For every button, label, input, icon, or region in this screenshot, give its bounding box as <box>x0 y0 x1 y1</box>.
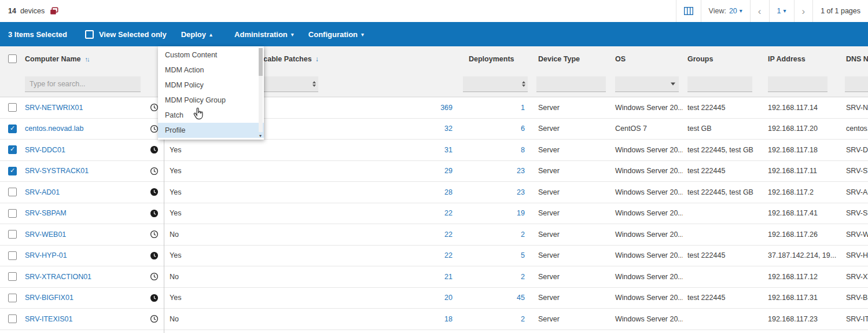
grid-layout-icon[interactable] <box>684 7 693 15</box>
spinner-up-icon[interactable] <box>522 81 525 83</box>
deployments-link[interactable]: 2 <box>457 315 529 323</box>
history-clock-icon[interactable] <box>150 272 159 281</box>
menu-scrollbar[interactable] <box>259 48 263 132</box>
applicable-patches-link[interactable]: 31 <box>238 146 457 154</box>
deploy-menu-item[interactable]: Custom Content <box>158 47 264 63</box>
applicable-patches-link[interactable]: 29 <box>238 167 457 175</box>
deploy-menu-item[interactable]: Patch <box>158 108 264 123</box>
header-device-type[interactable]: Device Type <box>529 55 610 63</box>
dns-name-filter-input[interactable] <box>845 76 868 92</box>
os-filter-input[interactable] <box>615 76 679 92</box>
computer-name-link[interactable]: SRV-BIGFIX01 <box>25 294 145 302</box>
deploy-menu-item[interactable]: MDM Policy <box>158 78 264 93</box>
groups-filter-input[interactable] <box>687 76 752 92</box>
computer-name-link[interactable]: SRV-XTRACTION01 <box>25 273 145 281</box>
history-clock-icon[interactable] <box>150 294 159 302</box>
computer-name-link[interactable]: centos.neovad.lab <box>25 125 145 133</box>
applicable-patches-link[interactable]: 18 <box>238 315 457 323</box>
row-checkbox[interactable] <box>8 314 17 323</box>
deployments-link[interactable]: 23 <box>457 188 529 196</box>
deployments-link[interactable]: 2 <box>457 273 529 281</box>
administration-menu-button[interactable]: Administration ▾ <box>234 30 294 39</box>
header-groups[interactable]: Groups <box>683 55 764 63</box>
history-clock-icon[interactable] <box>150 314 159 323</box>
row-checkbox[interactable] <box>8 272 17 281</box>
deploy-menu-item[interactable]: MDM Policy Group <box>158 93 264 108</box>
row-checkbox[interactable] <box>8 230 17 239</box>
filter-row <box>0 71 868 97</box>
deployments-filter-input[interactable] <box>463 76 528 92</box>
row-checkbox[interactable] <box>8 209 17 218</box>
header-applicable-patches[interactable]: Applicable Patches ↓ <box>238 55 457 63</box>
header-os[interactable]: OS <box>610 55 683 63</box>
header-computer-name[interactable]: Computer Name ↑↓ <box>25 55 145 63</box>
number-spinner[interactable] <box>312 81 316 87</box>
deployments-link[interactable]: 2 <box>457 230 529 239</box>
next-page-button[interactable]: › <box>794 0 813 22</box>
row-checkbox[interactable] <box>8 188 17 196</box>
applicable-patches-link[interactable]: 22 <box>238 230 457 239</box>
computer-name-link[interactable]: SRV-HYP-01 <box>25 251 145 259</box>
row-checkbox[interactable] <box>8 145 17 154</box>
header-dns-name[interactable]: DNS Name <box>839 55 868 63</box>
scrollbar-thumb[interactable] <box>259 48 263 76</box>
search-input[interactable] <box>25 76 141 92</box>
deploy-menu-button[interactable]: Deploy ▴ <box>181 30 212 39</box>
history-clock-icon[interactable] <box>150 145 159 154</box>
layout-toggle-button[interactable] <box>676 0 701 22</box>
deploy-menu-item[interactable]: MDM Action <box>158 63 264 78</box>
header-ip-address[interactable]: IP Address <box>764 55 839 63</box>
device-type-filter-input[interactable] <box>536 76 606 92</box>
prev-page-button[interactable]: ‹ <box>750 0 769 22</box>
applicable-patches-link[interactable]: 369 <box>238 104 457 112</box>
history-clock-icon[interactable] <box>150 251 159 260</box>
computer-name-link[interactable]: SRV-AD01 <box>25 188 145 196</box>
deploy-menu-item[interactable]: Profile <box>158 123 264 138</box>
computer-name-link[interactable]: SRV-NETWRIX01 <box>25 104 145 112</box>
history-clock-icon[interactable] <box>150 230 159 239</box>
applicable-patches-link[interactable]: 22 <box>238 209 457 217</box>
deployments-link[interactable]: 6 <box>457 125 529 133</box>
row-checkbox[interactable] <box>8 167 17 175</box>
spinner-up-icon[interactable] <box>312 81 316 83</box>
applicable-patches-link[interactable]: 20 <box>238 294 457 302</box>
deployments-link[interactable]: 5 <box>457 251 529 259</box>
history-clock-icon[interactable] <box>150 209 159 218</box>
computer-name-link[interactable]: SRV-DDC01 <box>25 146 145 154</box>
computer-name-link[interactable]: SRV-SYSTRACK01 <box>25 167 145 175</box>
computer-name-link[interactable]: SRV-WEB01 <box>25 230 145 239</box>
history-clock-icon[interactable] <box>150 103 159 112</box>
configuration-menu-button[interactable]: Configuration ▾ <box>308 30 364 39</box>
deployments-link[interactable]: 45 <box>457 294 529 302</box>
sort-desc-icon[interactable]: ↓ <box>315 55 319 63</box>
deployments-link[interactable]: 23 <box>457 167 529 175</box>
view-selected-checkbox[interactable] <box>85 30 94 39</box>
select-all-checkbox[interactable] <box>8 54 17 63</box>
applicable-patches-link[interactable]: 28 <box>238 188 457 196</box>
deployments-link[interactable]: 8 <box>457 146 529 154</box>
sort-up-down-icon[interactable]: ↑↓ <box>85 56 89 63</box>
history-clock-icon[interactable] <box>150 188 159 196</box>
scroll-down-arrow-icon[interactable]: ▾ <box>258 134 263 138</box>
row-checkbox[interactable] <box>8 294 17 302</box>
spinner-down-icon[interactable] <box>522 85 525 87</box>
ip-address-filter-input[interactable] <box>768 76 827 92</box>
history-clock-icon[interactable] <box>150 167 159 175</box>
page-number-select[interactable]: 1 ▾ <box>769 0 794 22</box>
applicable-patches-link[interactable]: 32 <box>238 125 457 133</box>
row-checkbox[interactable] <box>8 251 17 260</box>
row-checkbox[interactable] <box>8 125 17 133</box>
deployments-link[interactable]: 19 <box>457 209 529 217</box>
page-size-select[interactable]: 20 ▾ <box>729 7 742 15</box>
header-deployments[interactable]: Deployments <box>457 55 529 63</box>
deployments-link[interactable]: 1 <box>457 104 529 112</box>
dropdown-caret-icon[interactable] <box>671 82 675 85</box>
computer-name-link[interactable]: SRV-SBPAM <box>25 209 145 217</box>
number-spinner[interactable] <box>522 81 525 87</box>
row-checkbox[interactable] <box>8 103 17 112</box>
applicable-patches-link[interactable]: 21 <box>238 273 457 281</box>
applicable-patches-link[interactable]: 22 <box>238 251 457 259</box>
spinner-down-icon[interactable] <box>312 85 316 87</box>
history-clock-icon[interactable] <box>150 125 159 133</box>
computer-name-link[interactable]: SRV-ITEXIS01 <box>25 315 145 323</box>
